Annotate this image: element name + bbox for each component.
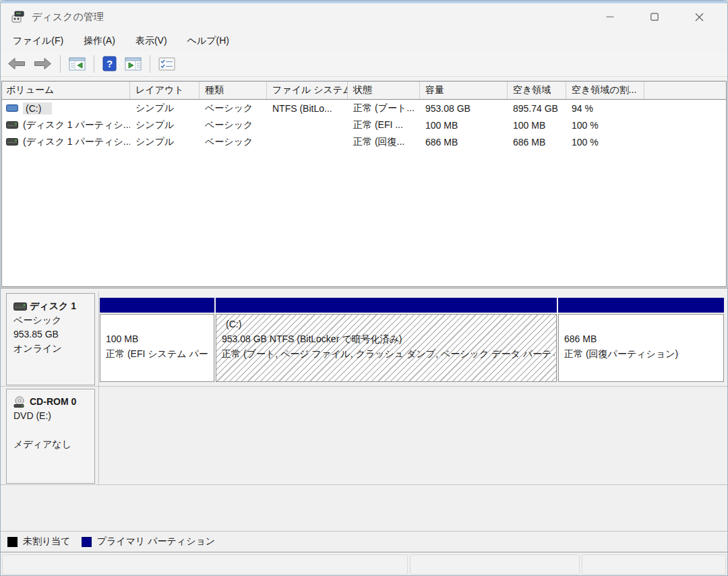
action-pane-icon	[158, 57, 175, 71]
partition-efi[interactable]: 100 MB 正常 (EFI システム パー	[100, 298, 214, 382]
cell-type: ベーシック	[200, 136, 267, 148]
show-hide-pane-icon	[125, 57, 142, 71]
table-row-efi[interactable]: (ディスク 1 パーティシ... シンプル ベーシック 正常 (EFI ... …	[2, 117, 726, 133]
cdrom-media: メディアなし	[13, 437, 94, 451]
status-section	[410, 554, 580, 575]
help-icon: ?	[102, 56, 117, 71]
cell-status: 正常 (ブート...	[348, 102, 420, 115]
cdrom-drive: DVD (E:)	[13, 409, 94, 423]
menu-action[interactable]: 操作(A)	[74, 32, 125, 50]
cell-layout: シンプル	[130, 119, 200, 131]
volume-drive-icon	[6, 138, 18, 146]
cell-capacity: 686 MB	[420, 137, 508, 148]
partition-c-label: (C:)	[222, 317, 555, 331]
forward-button[interactable]	[31, 56, 55, 71]
menu-bar: ファイル(F) 操作(A) 表示(V) ヘルプ(H)	[1, 30, 727, 52]
menu-file[interactable]: ファイル(F)	[3, 32, 73, 50]
volume-name: (ディスク 1 パーティシ...	[23, 136, 130, 148]
partition-efi-color-band	[100, 298, 214, 313]
disk-icon	[13, 302, 27, 311]
status-section	[2, 554, 408, 575]
header-free-pct[interactable]: 空き領域の割...	[566, 82, 644, 99]
volume-list-header: ボリューム レイアウト 種類 ファイル システム 状態 容量 空き領域 空き領域…	[2, 82, 726, 100]
status-section	[582, 554, 726, 575]
partition-c-color-band	[216, 298, 557, 313]
menu-view[interactable]: 表示(V)	[126, 32, 177, 50]
disk-management-window: ディスクの管理 ファイル(F) 操作(A) 表示(V) ヘルプ(H)	[0, 0, 728, 576]
header-filesystem[interactable]: ファイル システム	[267, 82, 348, 99]
grid-line	[1, 386, 727, 387]
cell-type: ベーシック	[200, 102, 267, 115]
cell-layout: シンプル	[130, 102, 200, 115]
header-filler	[644, 82, 726, 99]
cell-free-pct: 100 %	[566, 137, 644, 148]
partition-c[interactable]: (C:) 953.08 GB NTFS (BitLocker で暗号化済み) 正…	[216, 298, 557, 382]
partition-c-info: 953.08 GB NTFS (BitLocker で暗号化済み)	[222, 331, 555, 346]
window-title: ディスクの管理	[32, 11, 104, 24]
legend-unallocated-label: 未割り当て	[23, 536, 71, 548]
back-button[interactable]	[5, 56, 28, 71]
table-row-recovery[interactable]: (ディスク 1 パーティシ... シンプル ベーシック 正常 (回復... 68…	[2, 133, 726, 150]
cell-capacity: 100 MB	[420, 120, 508, 131]
console-tree-button[interactable]	[66, 56, 88, 72]
header-layout[interactable]: レイアウト	[130, 82, 200, 99]
toolbar-separator	[94, 55, 94, 73]
header-status[interactable]: 状態	[348, 82, 420, 99]
forward-icon	[34, 57, 52, 70]
toolbar: ?	[1, 51, 727, 77]
legend-primary-label: プライマリ パーティション	[97, 536, 216, 548]
header-free[interactable]: 空き領域	[508, 82, 566, 99]
close-icon	[695, 13, 704, 22]
volume-c-drive-icon	[6, 104, 18, 112]
maximize-icon	[650, 13, 659, 21]
unallocated-color-swatch	[7, 537, 18, 547]
cell-filesystem: NTFS (BitLo...	[267, 103, 348, 114]
primary-partition-color-swatch	[82, 537, 92, 547]
header-volume[interactable]: ボリューム	[2, 82, 130, 99]
header-type[interactable]: 種類	[200, 82, 267, 99]
cdrom-panel[interactable]: CD-ROM 0 DVD (E:) メディアなし	[6, 389, 95, 484]
partition-recovery[interactable]: 686 MB 正常 (回復パーティション)	[558, 298, 724, 382]
cell-status: 正常 (回復...	[348, 136, 420, 148]
partition-recovery-size: 686 MB	[564, 331, 722, 346]
show-hide-pane-button[interactable]	[122, 56, 144, 72]
cdrom-name: CD-ROM 0	[30, 395, 76, 409]
maximize-button[interactable]	[632, 3, 677, 30]
cell-free: 895.74 GB	[508, 103, 566, 114]
volume-drive-icon	[6, 121, 18, 129]
disk1-panel[interactable]: ディスク 1 ベーシック 953.85 GB オンライン	[6, 293, 95, 385]
svg-text:?: ?	[107, 58, 113, 69]
partition-c-status: 正常 (ブート, ページ ファイル, クラッシュ ダンプ, ベーシック データ …	[222, 346, 555, 361]
cell-capacity: 953.08 GB	[420, 103, 508, 114]
console-tree-icon	[69, 57, 86, 71]
cell-free-pct: 100 %	[566, 120, 644, 131]
toolbar-separator	[60, 55, 61, 73]
window-controls	[588, 3, 721, 30]
disk1-status: オンライン	[13, 342, 94, 356]
menu-help[interactable]: ヘルプ(H)	[178, 32, 239, 50]
table-row-c[interactable]: (C:) シンプル ベーシック NTFS (BitLo... 正常 (ブート..…	[2, 100, 726, 117]
title-bar: ディスクの管理	[1, 3, 727, 30]
header-capacity[interactable]: 容量	[420, 82, 508, 99]
minimize-button[interactable]	[588, 3, 632, 30]
close-button[interactable]	[677, 3, 721, 30]
help-button[interactable]: ?	[100, 55, 119, 73]
status-bar	[1, 552, 727, 576]
legend: 未割り当て プライマリ パーティション	[1, 531, 727, 552]
disk-graphic-view: ディスク 1 ベーシック 953.85 GB オンライン 100 MB 正常 (…	[1, 288, 727, 531]
partition-recovery-color-band	[558, 298, 724, 313]
cell-free-pct: 94 %	[566, 103, 644, 114]
disk1-kind: ベーシック	[13, 313, 94, 327]
partition-efi-size: 100 MB	[106, 331, 212, 346]
disk1-name: ディスク 1	[30, 299, 76, 313]
volume-name: (ディスク 1 パーティシ...	[23, 119, 130, 131]
grid-line	[1, 484, 727, 485]
grid-line	[98, 292, 99, 484]
toolbar-separator	[150, 55, 150, 73]
action-pane-button[interactable]	[156, 56, 178, 72]
minimize-icon	[606, 13, 614, 21]
cell-status: 正常 (EFI ...	[348, 119, 420, 131]
disk1-size: 953.85 GB	[13, 327, 94, 342]
cell-layout: シンプル	[130, 136, 200, 148]
cell-type: ベーシック	[200, 119, 267, 131]
